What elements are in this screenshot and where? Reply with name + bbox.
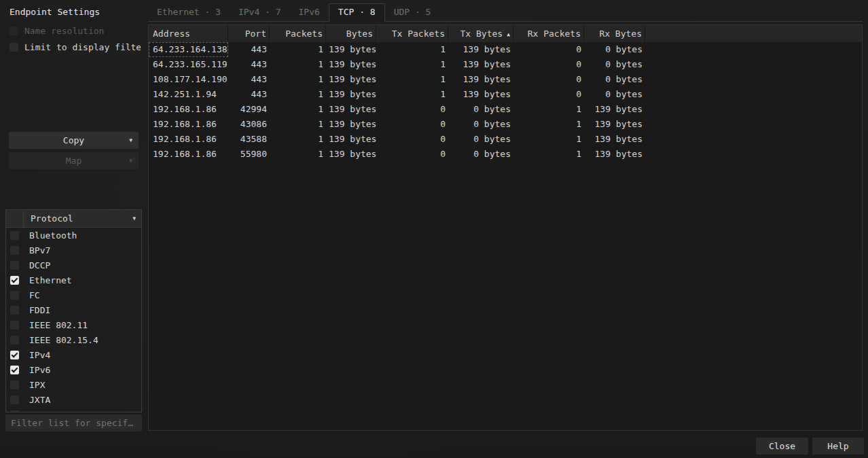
sort-ascending-icon: ▲ <box>507 31 510 37</box>
cell-tx-packets: 1 <box>376 42 448 57</box>
column-header-bytes[interactable]: Bytes <box>326 25 376 42</box>
protocol-item-dccp[interactable]: DCCP <box>6 258 141 272</box>
table-header-row: AddressPortPacketsBytesTx PacketsTx Byte… <box>149 25 862 42</box>
protocol-item-fddi[interactable]: FDDI <box>6 302 141 317</box>
column-header-tx-bytes[interactable]: Tx Bytes▲ <box>448 25 513 42</box>
copy-button-label: Copy <box>63 135 84 145</box>
cell-tx-bytes: 139 bytes <box>448 87 513 102</box>
help-button[interactable]: Help <box>812 438 864 455</box>
protocol-column-header: Protocol <box>31 210 73 227</box>
column-header-packets[interactable]: Packets <box>270 25 326 42</box>
column-header-label: Port <box>245 29 266 39</box>
column-header-address[interactable]: Address <box>149 25 228 42</box>
column-header-rx-bytes[interactable]: Rx Bytes <box>584 25 645 42</box>
protocol-item-label: DCCP <box>29 260 50 270</box>
unchecked-checkbox-icon[interactable] <box>10 291 19 300</box>
protocol-item-ethernet[interactable]: Ethernet <box>6 272 141 287</box>
cell-tx-packets: 0 <box>376 117 448 132</box>
protocol-item-ieee-802-11[interactable]: IEEE 802.11 <box>6 317 141 332</box>
cell-packets: 1 <box>270 132 326 147</box>
panel-title: Endpoint Settings <box>10 7 100 17</box>
unchecked-checkbox-icon[interactable] <box>10 43 18 52</box>
cell-bytes: 139 bytes <box>326 87 376 102</box>
checked-checkbox-icon[interactable] <box>10 351 19 359</box>
cell-tx-bytes: 0 bytes <box>448 147 513 162</box>
tab-udp-5[interactable]: UDP · 5 <box>385 3 440 22</box>
tab-ipv4-7[interactable]: IPv4 · 7 <box>230 3 290 22</box>
checked-checkbox-icon[interactable] <box>10 276 19 285</box>
unchecked-checkbox-icon[interactable] <box>10 381 19 389</box>
tab-ipv6[interactable]: IPv6 <box>290 3 329 22</box>
protocol-item-ipv4[interactable]: IPv4 <box>6 347 141 362</box>
protocol-item-ipx[interactable]: IPX <box>6 377 141 392</box>
protocol-item-bluetooth[interactable]: Bluetooth <box>6 228 141 243</box>
table-row[interactable]: 192.168.1.86429941139 bytes00 bytes1139 … <box>149 102 862 117</box>
unchecked-checkbox-icon[interactable] <box>10 246 19 255</box>
tab-tcp-8[interactable]: TCP · 8 <box>329 3 385 22</box>
cell-address: 192.168.1.86 <box>149 132 228 147</box>
cell-rx-packets: 0 <box>513 87 584 102</box>
cell-tx-packets: 0 <box>376 132 448 147</box>
tab-ethernet-3[interactable]: Ethernet · 3 <box>148 3 230 22</box>
cell-address: 192.168.1.86 <box>149 147 228 162</box>
unchecked-checkbox-icon[interactable] <box>10 321 19 330</box>
unchecked-checkbox-icon[interactable] <box>10 231 19 240</box>
table-body: 64.233.164.1384431139 bytes1139 bytes00 … <box>149 42 862 162</box>
protocol-item-ltp[interactable]: LTP <box>6 407 141 412</box>
unchecked-checkbox-icon[interactable] <box>10 27 18 35</box>
cell-tx-bytes: 139 bytes <box>448 57 513 72</box>
table-row[interactable]: 192.168.1.86430861139 bytes00 bytes1139 … <box>149 117 862 132</box>
protocol-item-bpv7[interactable]: BPv7 <box>6 243 141 258</box>
checked-checkbox-icon[interactable] <box>10 366 19 374</box>
cell-address: 64.233.164.138 <box>149 42 228 57</box>
cell-rx-packets: 0 <box>513 42 584 57</box>
copy-button[interactable]: Copy ▼ <box>9 132 139 149</box>
table-row[interactable]: 192.168.1.86435881139 bytes00 bytes1139 … <box>149 132 862 147</box>
protocol-item-ieee-802-15-4[interactable]: IEEE 802.15.4 <box>6 332 141 347</box>
cell-rx-bytes: 0 bytes <box>584 57 645 72</box>
unchecked-checkbox-icon[interactable] <box>10 395 19 404</box>
cell-port: 443 <box>228 42 270 57</box>
cell-packets: 1 <box>270 117 326 132</box>
close-button-label: Close <box>769 441 795 451</box>
cell-packets: 1 <box>270 42 326 57</box>
table-row[interactable]: 64.233.165.1194431139 bytes1139 bytes00 … <box>149 57 862 72</box>
tab-bar: Ethernet · 3IPv4 · 7IPv6TCP · 8UDP · 5 <box>148 3 439 22</box>
protocol-filter-input[interactable] <box>5 415 142 431</box>
close-button[interactable]: Close <box>756 438 808 455</box>
protocol-item-jxta[interactable]: JXTA <box>6 392 141 407</box>
table-row[interactable]: 64.233.164.1384431139 bytes1139 bytes00 … <box>149 42 862 57</box>
cell-bytes: 139 bytes <box>326 42 376 57</box>
cell-tx-bytes: 139 bytes <box>448 42 513 57</box>
unchecked-checkbox-icon[interactable] <box>10 261 19 270</box>
column-header-port[interactable]: Port <box>228 25 270 42</box>
cell-rx-packets: 1 <box>513 102 584 117</box>
cell-rx-packets: 1 <box>513 117 584 132</box>
column-header-tx-packets[interactable]: Tx Packets <box>376 25 448 42</box>
unchecked-checkbox-icon[interactable] <box>10 410 19 413</box>
cell-tx-bytes: 0 bytes <box>448 102 513 117</box>
protocol-items: BluetoothBPv7DCCPEthernetFCFDDIIEEE 802.… <box>6 228 141 412</box>
cell-packets: 1 <box>270 57 326 72</box>
cell-port: 43588 <box>228 132 270 147</box>
column-header-rx-packets[interactable]: Rx Packets <box>513 25 584 42</box>
protocol-item-ipv6[interactable]: IPv6 <box>6 362 141 377</box>
table-row[interactable]: 142.251.1.944431139 bytes1139 bytes00 by… <box>149 87 862 102</box>
cell-port: 443 <box>228 57 270 72</box>
limit-to-display-filter-checkbox[interactable]: Limit to display filter <box>10 41 141 52</box>
protocol-item-label: LTP <box>29 410 45 413</box>
map-button[interactable]: Map ▼ <box>9 152 139 169</box>
column-header-label: Rx Packets <box>528 29 581 39</box>
table-row[interactable]: 192.168.1.86559801139 bytes00 bytes1139 … <box>149 147 862 162</box>
protocol-item-label: IEEE 802.15.4 <box>29 335 98 345</box>
cell-packets: 1 <box>270 72 326 87</box>
name-resolution-checkbox[interactable]: Name resolution <box>10 25 104 36</box>
unchecked-checkbox-icon[interactable] <box>10 306 19 315</box>
cell-tx-packets: 1 <box>376 57 448 72</box>
cell-address: 142.251.1.94 <box>149 87 228 102</box>
unchecked-checkbox-icon[interactable] <box>10 336 19 345</box>
protocol-item-fc[interactable]: FC <box>6 287 141 302</box>
cell-port: 43086 <box>228 117 270 132</box>
protocol-list-header[interactable]: Protocol ▼ <box>6 210 141 228</box>
table-row[interactable]: 108.177.14.1904431139 bytes1139 bytes00 … <box>149 72 862 87</box>
